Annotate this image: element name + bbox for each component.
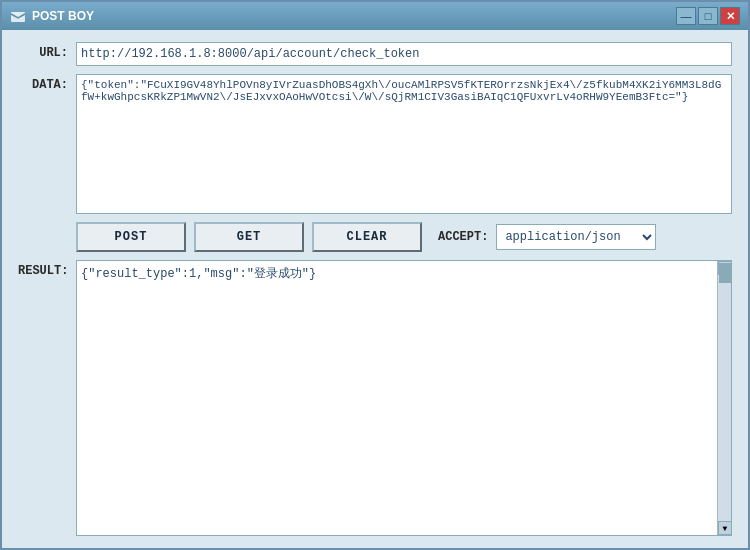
app-icon [10, 8, 26, 24]
window-title: POST BOY [32, 9, 94, 23]
buttons-row: POST GET CLEAR ACCEPT: application/json … [18, 222, 732, 252]
get-button[interactable]: GET [194, 222, 304, 252]
main-window: POST BOY — □ ✕ URL: DATA: POST GET CLEAR… [0, 0, 750, 550]
scrollbar-down-arrow[interactable]: ▼ [718, 521, 732, 535]
data-row: DATA: [18, 74, 732, 214]
window-controls: — □ ✕ [676, 7, 740, 25]
result-textarea[interactable] [77, 261, 731, 535]
close-button[interactable]: ✕ [720, 7, 740, 25]
result-label: RESULT: [18, 260, 68, 278]
clear-button[interactable]: CLEAR [312, 222, 422, 252]
result-scrollbar[interactable]: ▲ ▼ [717, 261, 731, 535]
accept-select[interactable]: application/json text/plain text/html */… [496, 224, 656, 250]
result-row: RESULT: ▲ ▼ [18, 260, 732, 536]
result-area-wrapper: ▲ ▼ [76, 260, 732, 536]
url-input[interactable] [76, 42, 732, 66]
svg-rect-0 [11, 12, 25, 22]
title-bar: POST BOY — □ ✕ [2, 2, 748, 30]
accept-label: ACCEPT: [438, 230, 488, 244]
data-textarea[interactable] [76, 74, 732, 214]
main-content: URL: DATA: POST GET CLEAR ACCEPT: applic… [2, 30, 748, 548]
data-label: DATA: [18, 74, 68, 92]
title-bar-left: POST BOY [10, 8, 94, 24]
scrollbar-thumb[interactable] [719, 263, 731, 283]
url-label: URL: [18, 42, 68, 60]
post-button[interactable]: POST [76, 222, 186, 252]
minimize-button[interactable]: — [676, 7, 696, 25]
url-row: URL: [18, 42, 732, 66]
maximize-button[interactable]: □ [698, 7, 718, 25]
